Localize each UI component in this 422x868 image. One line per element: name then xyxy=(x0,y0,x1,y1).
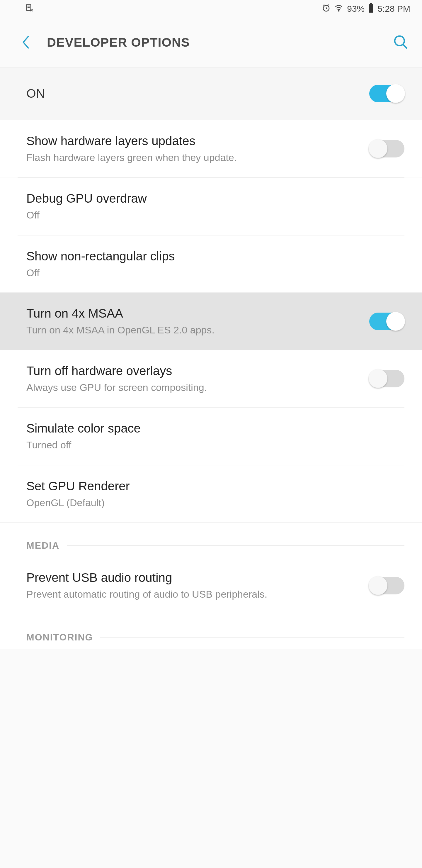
back-button[interactable] xyxy=(21,33,38,51)
toggle-4x-msaa[interactable] xyxy=(369,313,404,330)
toggle-usb-audio[interactable] xyxy=(369,577,404,594)
master-toggle-label: ON xyxy=(26,87,45,101)
setting-sub: Turn on 4x MSAA in OpenGL ES 2.0 apps. xyxy=(26,323,358,337)
page-title: DEVELOPER OPTIONS xyxy=(47,35,392,50)
svg-line-7 xyxy=(326,8,327,9)
setting-title: Debug GPU overdraw xyxy=(26,191,393,207)
svg-line-14 xyxy=(403,44,407,49)
master-toggle[interactable] xyxy=(369,85,404,102)
setting-sub: Off xyxy=(26,266,393,280)
svg-line-8 xyxy=(323,4,324,5)
setting-sub: Flash hardware layers green when they up… xyxy=(26,151,358,164)
setting-title: Set GPU Renderer xyxy=(26,478,393,494)
setting-title: Simulate color space xyxy=(26,421,393,437)
svg-rect-12 xyxy=(370,3,372,4)
setting-hardware-overlays[interactable]: Turn off hardware overlays Always use GP… xyxy=(0,350,422,407)
setting-debug-gpu-overdraw[interactable]: Debug GPU overdraw Off xyxy=(0,178,422,235)
setting-title: Prevent USB audio routing xyxy=(26,570,358,586)
setting-title: Turn on 4x MSAA xyxy=(26,306,358,322)
setting-usb-audio-routing[interactable]: Prevent USB audio routing Prevent automa… xyxy=(0,557,422,614)
setting-4x-msaa[interactable]: Turn on 4x MSAA Turn on 4x MSAA in OpenG… xyxy=(0,293,422,350)
wifi-icon xyxy=(334,3,344,14)
app-header: DEVELOPER OPTIONS xyxy=(0,18,422,67)
svg-line-9 xyxy=(328,4,329,5)
setting-title: Show non-rectangular clips xyxy=(26,248,393,265)
settings-list: Show hardware layers updates Flash hardw… xyxy=(0,120,422,649)
svg-point-10 xyxy=(338,10,339,11)
battery-icon xyxy=(368,3,374,15)
search-button[interactable] xyxy=(392,33,410,52)
setting-nonrect-clips[interactable]: Show non-rectangular clips Off xyxy=(0,236,422,293)
doc-icon xyxy=(25,3,34,14)
master-toggle-row[interactable]: ON xyxy=(0,67,422,120)
setting-hardware-layers[interactable]: Show hardware layers updates Flash hardw… xyxy=(0,120,422,178)
setting-sub: Prevent automatic routing of audio to US… xyxy=(26,588,358,601)
battery-pct: 93% xyxy=(347,4,364,14)
setting-gpu-renderer[interactable]: Set GPU Renderer OpenGL (Default) xyxy=(0,465,422,523)
toggle-hardware-overlays[interactable] xyxy=(369,370,404,388)
setting-title: Show hardware layers updates xyxy=(26,133,358,149)
section-label: MEDIA xyxy=(26,540,60,551)
svg-point-13 xyxy=(395,36,404,46)
toggle-hardware-layers[interactable] xyxy=(369,140,404,157)
setting-sub: Always use GPU for screen compositing. xyxy=(26,381,358,395)
setting-sub: OpenGL (Default) xyxy=(26,496,393,510)
section-header-monitoring: MONITORING xyxy=(0,614,422,649)
section-label: MONITORING xyxy=(26,632,93,643)
status-bar: 93% 5:28 PM xyxy=(0,0,422,18)
setting-sub: Turned off xyxy=(26,438,393,452)
setting-title: Turn off hardware overlays xyxy=(26,363,358,379)
alarm-icon xyxy=(322,3,331,14)
svg-rect-11 xyxy=(369,4,374,12)
clock-time: 5:28 PM xyxy=(378,4,410,14)
setting-sub: Off xyxy=(26,209,393,222)
setting-simulate-color-space[interactable]: Simulate color space Turned off xyxy=(0,408,422,465)
section-header-media: MEDIA xyxy=(0,523,422,557)
